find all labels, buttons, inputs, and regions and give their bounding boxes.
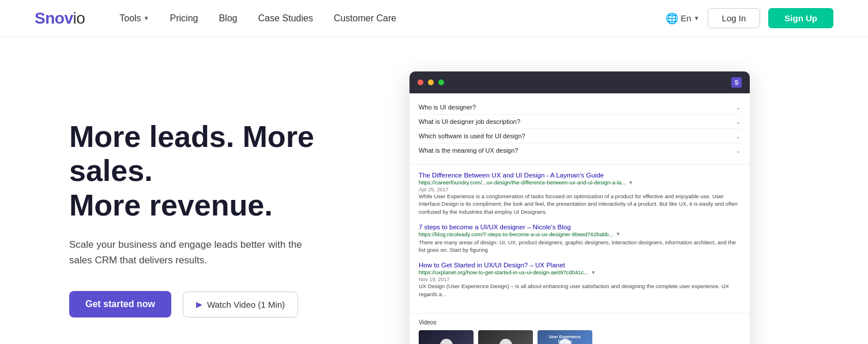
search-result-3: How to Get Started in UX/UI Design? – UX… xyxy=(419,262,741,298)
result-url: https://careerfoundry.com/...ux-design/t… xyxy=(419,179,741,186)
header: Snovio Tools ▼ Pricing Blog Case Studies… xyxy=(0,0,868,37)
get-started-button[interactable]: Get started now xyxy=(69,291,171,317)
chevron-down-icon: ▼ xyxy=(144,15,149,21)
faq-item: Which software is used for UI design? ⌄ xyxy=(419,129,741,143)
result-url-arrow-icon: ▼ xyxy=(615,231,621,237)
logo[interactable]: Snovio xyxy=(35,9,85,28)
result-desc: While User Experience is a conglomeratio… xyxy=(419,192,741,216)
faq-chevron-icon: ⌄ xyxy=(736,104,741,111)
logo-suffix: io xyxy=(73,9,85,27)
result-date: Apr 25, 2017 xyxy=(419,187,741,192)
hero-headline: More leads. More sales. More revenue. xyxy=(69,120,363,223)
signup-button[interactable]: Sign Up xyxy=(768,8,833,28)
faq-chevron-icon: ⌄ xyxy=(736,148,741,154)
language-label: En xyxy=(681,13,691,23)
watch-video-button[interactable]: ▶ Watch Video (1 Min) xyxy=(183,292,298,317)
logo-main: Snov xyxy=(35,9,73,27)
faq-item: What is the meaning of UX design? ⌄ xyxy=(419,143,741,157)
browser-dot-green xyxy=(438,80,444,85)
result-desc: UX Design (User Experience Design) – is … xyxy=(419,282,741,298)
videos-section: Videos ▶ 15:30 ▶ 11:20 User ExperienceDe… xyxy=(409,313,750,344)
result-title: 7 steps to become a UI/UX designer – Nic… xyxy=(419,224,741,230)
faq-chevron-icon: ⌄ xyxy=(736,133,741,139)
browser-mockup: S Who is UI designer? ⌄ What is UI desig… xyxy=(409,71,750,344)
videos-label: Videos xyxy=(419,319,741,326)
play-overlay-icon: ▶ xyxy=(440,339,453,344)
result-url-arrow-icon: ▼ xyxy=(628,180,633,186)
video-thumbnails: ▶ 15:30 ▶ 11:20 User ExperienceDesign ▶ … xyxy=(419,330,741,344)
video-thumb-3[interactable]: User ExperienceDesign ▶ 2:57 UDACITY xyxy=(538,330,592,344)
faq-item: Who is UI designer? ⌄ xyxy=(419,100,741,115)
result-desc: There are many areas of design: UI, UX, … xyxy=(419,239,741,254)
browser-content: Who is UI designer? ⌄ What is UI designe… xyxy=(409,93,750,344)
language-switcher[interactable]: 🌐 En ▼ xyxy=(666,12,699,25)
faq-item: What is UI designer job description? ⌄ xyxy=(419,115,741,129)
nav-customer-care[interactable]: Customer Care xyxy=(334,13,396,24)
hero-section: More leads. More sales. More revenue. Sc… xyxy=(0,37,868,344)
browser-dot-red xyxy=(418,80,423,85)
main-nav: Tools ▼ Pricing Blog Case Studies Custom… xyxy=(119,13,666,24)
result-title: The Difference Between UX and UI Design … xyxy=(419,172,741,179)
nav-pricing[interactable]: Pricing xyxy=(170,13,198,24)
result-date: Nov 19, 2017 xyxy=(419,277,741,282)
browser-extension-icon: S xyxy=(731,77,742,88)
play-icon: ▶ xyxy=(196,300,202,309)
faq-section: Who is UI designer? ⌄ What is UI designe… xyxy=(409,93,750,165)
browser-chrome: S xyxy=(409,71,750,93)
search-result-2: 7 steps to become a UI/UX designer – Nic… xyxy=(419,224,741,254)
faq-chevron-icon: ⌄ xyxy=(736,119,741,125)
result-url: https://blog.nicoleady.com/7-steps-to-be… xyxy=(419,231,741,237)
video-thumb-2[interactable]: ▶ 11:20 xyxy=(478,330,533,344)
result-url: https://uxplanet.org/how-to-get-started-… xyxy=(419,269,741,275)
globe-icon: 🌐 xyxy=(666,12,678,25)
nav-tools[interactable]: Tools ▼ xyxy=(119,13,149,24)
result-url-arrow-icon: ▼ xyxy=(591,270,596,275)
hero-actions: Get started now ▶ Watch Video (1 Min) xyxy=(69,291,363,317)
play-overlay-icon: ▶ xyxy=(499,339,512,344)
search-result-1: The Difference Between UX and UI Design … xyxy=(419,172,741,216)
watch-video-label: Watch Video (1 Min) xyxy=(207,300,285,309)
hero-text: More leads. More sales. More revenue. Sc… xyxy=(69,120,386,318)
lang-chevron-icon: ▼ xyxy=(694,15,700,21)
header-right: 🌐 En ▼ Log In Sign Up xyxy=(666,8,833,28)
login-button[interactable]: Log In xyxy=(708,8,761,28)
nav-case-studies[interactable]: Case Studies xyxy=(258,13,313,24)
nav-blog[interactable]: Blog xyxy=(219,13,237,24)
search-results: The Difference Between UX and UI Design … xyxy=(409,165,750,313)
hero-subtext: Scale your business and engage leads bet… xyxy=(69,237,323,268)
video-thumb-1[interactable]: ▶ 15:30 xyxy=(419,330,474,344)
result-title: How to Get Started in UX/UI Design? – UX… xyxy=(419,262,741,269)
browser-dot-yellow xyxy=(428,80,434,85)
